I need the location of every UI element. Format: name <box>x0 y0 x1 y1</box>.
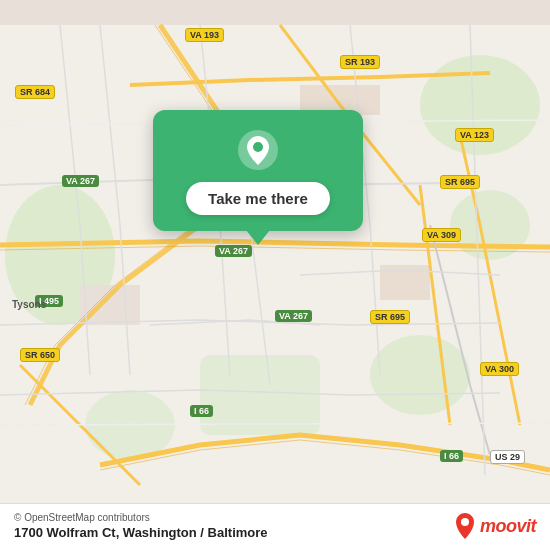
svg-point-3 <box>450 190 530 260</box>
badge-sr650: SR 650 <box>20 348 60 362</box>
badge-i66b: I 66 <box>440 450 463 462</box>
badge-va309: VA 309 <box>422 228 461 242</box>
svg-point-12 <box>461 518 469 526</box>
take-me-there-button[interactable]: Take me there <box>186 182 330 215</box>
moovit-pin-icon <box>454 512 476 540</box>
popup-card: Take me there <box>153 110 363 231</box>
map-svg <box>0 0 550 550</box>
badge-sr695b: SR 695 <box>370 310 410 324</box>
badge-va267b: VA 267 <box>215 245 252 257</box>
moovit-brand-text: moovit <box>480 516 536 537</box>
svg-point-4 <box>370 335 470 415</box>
bottom-bar: © OpenStreetMap contributors 1700 Wolfra… <box>0 503 550 550</box>
badge-us29: US 29 <box>490 450 525 464</box>
badge-va267c: VA 267 <box>275 310 312 322</box>
svg-point-11 <box>253 142 263 152</box>
badge-va193: VA 193 <box>185 28 224 42</box>
address-text: 1700 Wolfram Ct, Washington / Baltimore <box>14 525 268 540</box>
badge-va267a: VA 267 <box>62 175 99 187</box>
map-container: VA 193 SR 193 SR 684 VA 267 I 495 VA 123… <box>0 0 550 550</box>
badge-va300: VA 300 <box>480 362 519 376</box>
svg-rect-6 <box>200 355 320 435</box>
badge-i66a: I 66 <box>190 405 213 417</box>
osm-attribution: © OpenStreetMap contributors <box>14 512 268 523</box>
moovit-logo: moovit <box>454 512 536 540</box>
badge-va123: VA 123 <box>455 128 494 142</box>
bottom-left: © OpenStreetMap contributors 1700 Wolfra… <box>14 512 268 540</box>
badge-sr695a: SR 695 <box>440 175 480 189</box>
badge-sr684: SR 684 <box>15 85 55 99</box>
badge-tysons: Tysons <box>8 298 50 311</box>
location-pin-icon <box>236 128 280 172</box>
badge-sr193: SR 193 <box>340 55 380 69</box>
